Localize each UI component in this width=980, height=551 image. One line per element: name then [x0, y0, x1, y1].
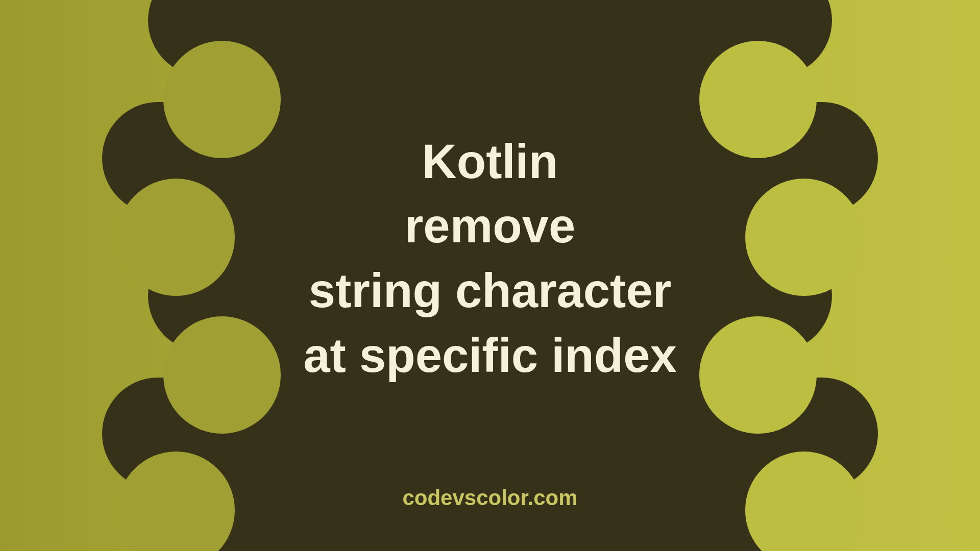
notch-right-0: [699, 41, 817, 158]
banner-title: Kotlin remove string character at specif…: [303, 130, 676, 389]
notch-right-2: [699, 316, 817, 434]
banner-canvas: Kotlin remove string character at specif…: [0, 0, 980, 551]
notch-left-0: [163, 41, 281, 158]
title-line-3: string character: [303, 259, 676, 324]
notch-right-1: [745, 179, 863, 296]
title-line-4: at specific index: [303, 323, 676, 388]
site-credit: codevscolor.com: [402, 486, 577, 510]
notch-left-1: [117, 179, 235, 296]
notch-left-2: [163, 316, 281, 434]
title-line-1: Kotlin: [303, 130, 676, 194]
title-line-2: remove: [303, 194, 676, 259]
